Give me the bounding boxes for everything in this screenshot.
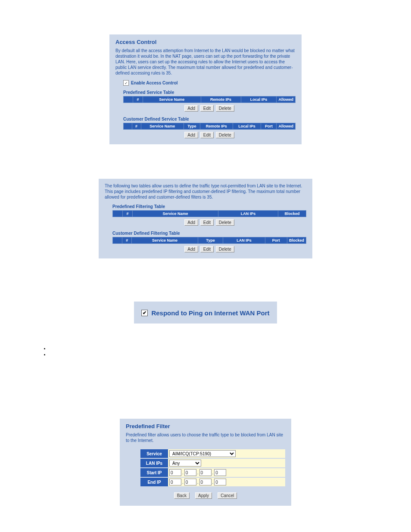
col-port: Port	[265, 237, 287, 244]
col-allowed: Allowed	[277, 123, 296, 130]
col-checkbox	[124, 96, 133, 103]
customer-defined-filtering-table-label: Customer Defined Filtering Table	[112, 231, 306, 236]
predef-service-table: # Service Name Remote IPs Local IPs Allo…	[123, 96, 296, 103]
col-lan-ips: LAN IPs	[218, 211, 278, 217]
edit-button[interactable]: Edit	[200, 246, 214, 252]
col-checkbox	[113, 211, 123, 217]
add-button[interactable]: Add	[184, 105, 198, 112]
respond-ping-label: Respond to Ping on Internet WAN Port	[151, 309, 269, 317]
col-local-ips: Local IPs	[233, 123, 261, 130]
col-allowed: Allowed	[277, 96, 296, 103]
respond-ping-checkbox[interactable]: ✔	[141, 310, 148, 316]
start-ip-octet-1[interactable]	[169, 469, 181, 476]
end-ip-octet-4[interactable]	[214, 479, 226, 485]
predefined-filter-panel: Predefined Filter Predefined filter allo…	[120, 419, 291, 506]
end-ip-octet-3[interactable]	[199, 479, 212, 485]
col-num: #	[133, 96, 143, 103]
list-item: .	[50, 346, 374, 351]
access-control-title: Access Control	[115, 39, 296, 45]
start-ip-label: Start IP	[140, 468, 168, 477]
col-lan-ips: LAN IPs	[223, 237, 265, 244]
start-ip-octet-2[interactable]	[184, 469, 196, 476]
access-control-desc: By default all the access attemption fro…	[115, 48, 296, 76]
filtering-desc: The following two tables allow users to …	[105, 183, 306, 200]
col-service-name: Service Name	[143, 96, 201, 103]
end-ip-octet-2[interactable]	[184, 479, 196, 485]
add-button[interactable]: Add	[184, 219, 198, 226]
back-button[interactable]: Back	[174, 492, 190, 499]
add-button[interactable]: Add	[184, 132, 198, 138]
filtering-panel: The following two tables allow users to …	[99, 179, 312, 258]
delete-button[interactable]: Delete	[216, 246, 234, 252]
end-ip-octet-1[interactable]	[169, 479, 181, 485]
col-service-name: Service Name	[133, 211, 218, 217]
col-local-ips: Local IPs	[241, 96, 277, 103]
col-port: Port	[261, 123, 277, 130]
edit-button[interactable]: Edit	[200, 105, 214, 112]
delete-button[interactable]: Delete	[216, 105, 234, 112]
start-ip-octet-4[interactable]	[214, 469, 226, 476]
col-checkbox	[113, 237, 122, 244]
col-service-name: Service Name	[132, 237, 198, 244]
lan-ips-label: LAN IPs	[140, 459, 168, 467]
customer-defined-service-table-label: Customer Defined Service Table	[123, 117, 296, 121]
col-blocked: Blocked	[287, 237, 306, 244]
bullet-list: . .	[37, 341, 374, 363]
col-remote-ips: Remote IPs	[201, 96, 241, 103]
start-ip-octet-3[interactable]	[199, 469, 212, 476]
col-service-name: Service Name	[141, 123, 184, 130]
respond-ping-panel: ✔ Respond to Ping on Internet WAN Port	[134, 302, 277, 324]
col-type: Type	[184, 123, 200, 130]
col-num: #	[122, 237, 132, 244]
list-item: .	[50, 352, 374, 357]
customer-defined-service-table: # Service Name Type Remote IPs Local IPs…	[123, 123, 296, 130]
col-remote-ips: Remote IPs	[200, 123, 233, 130]
apply-button[interactable]: Apply	[195, 492, 212, 499]
predef-filtering-table-label: Predefined Filtering Table	[112, 204, 306, 209]
service-label: Service	[140, 449, 168, 458]
delete-button[interactable]: Delete	[216, 132, 234, 138]
col-blocked: Blocked	[278, 211, 306, 217]
service-select[interactable]: AIM/ICQ(TCP:5190)	[169, 450, 236, 457]
enable-access-control-label: Enable Access Control	[131, 81, 178, 85]
lan-ips-select[interactable]: Any	[169, 460, 201, 467]
edit-button[interactable]: Edit	[200, 132, 214, 138]
access-control-panel: Access Control By default all the access…	[109, 34, 302, 144]
predef-service-table-label: Predefined Service Table	[123, 90, 296, 95]
col-num: #	[132, 123, 141, 130]
col-num: #	[123, 211, 133, 217]
delete-button[interactable]: Delete	[216, 219, 234, 226]
end-ip-label: End IP	[140, 478, 168, 486]
predef-filtering-table: # Service Name LAN IPs Blocked	[112, 210, 306, 217]
enable-access-control-checkbox[interactable]: ✓	[123, 80, 129, 86]
customer-defined-filtering-table: # Service Name Type LAN IPs Port Blocked	[112, 237, 306, 244]
edit-button[interactable]: Edit	[200, 219, 214, 226]
predefined-filter-title: Predefined Filter	[126, 423, 285, 429]
add-button[interactable]: Add	[184, 246, 198, 252]
cancel-button[interactable]: Cancel	[218, 492, 237, 499]
predefined-filter-desc: Predefined filter allows users to choose…	[126, 432, 285, 443]
col-type: Type	[198, 237, 223, 244]
col-checkbox	[124, 123, 132, 130]
